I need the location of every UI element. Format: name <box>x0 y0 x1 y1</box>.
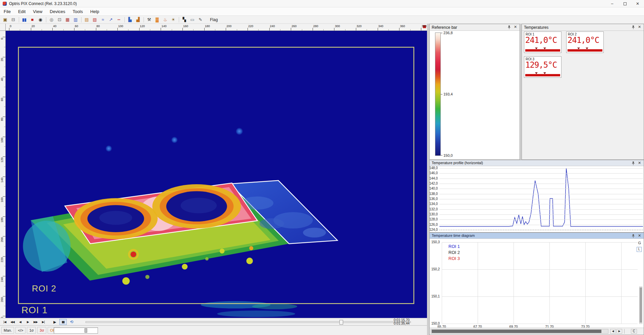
roi-temperature-box[interactable]: ROI 2241,0°C <box>566 31 604 53</box>
fast-rewind-button[interactable]: ◀◀ <box>9 319 16 325</box>
legend-item: ROI 1 <box>448 244 460 250</box>
bar-graph-2-icon[interactable]: ▟ <box>134 16 142 23</box>
fast-forward-button[interactable]: ▶▶ <box>32 319 39 325</box>
gridline <box>439 194 643 194</box>
ruler-tick <box>74 28 74 30</box>
step-forward-button[interactable]: ▶ <box>24 319 32 325</box>
close-icon[interactable]: ✕ <box>637 161 642 166</box>
close-icon[interactable]: ✕ <box>513 25 518 30</box>
time-diagram-panel: Temperature time diagram ✕ 150,3150,2150… <box>429 232 644 335</box>
histogram-window-icon[interactable]: ▧ <box>91 16 98 23</box>
diagram-window-icon[interactable]: ↗ <box>107 16 114 23</box>
close-icon[interactable]: ✕ <box>637 233 642 239</box>
measure-tape-icon[interactable]: ▭ <box>189 16 196 23</box>
ruler-tick <box>237 29 237 30</box>
scaling-buttons: Man.</>1σ3σOPT <box>1 327 61 334</box>
maximize-button[interactable] <box>619 0 631 7</box>
vertical-scrollbar-thumb[interactable] <box>640 287 642 323</box>
playback-slider[interactable] <box>86 321 411 323</box>
pause-button[interactable]: ▮▮ <box>59 319 67 325</box>
palette-window-icon[interactable]: ▤ <box>83 16 90 23</box>
open-file-icon[interactable]: ▣ <box>1 16 9 23</box>
skip-to-start-button[interactable]: |◀ <box>1 319 8 325</box>
scale-tick <box>441 155 442 155</box>
play-button[interactable]: ▶ <box>51 319 58 325</box>
toolbar-separator <box>124 17 125 22</box>
thermal-image-view[interactable]: ROI 2 ROI 1 <box>6 31 427 318</box>
roi-temperature-box[interactable]: ROI 3129,5°C <box>524 56 561 78</box>
ruler-tick <box>172 29 172 30</box>
menu-view[interactable]: View <box>29 8 46 15</box>
horizontal-scrollbar[interactable] <box>431 329 608 334</box>
config-icon[interactable]: ☀ <box>169 16 177 23</box>
skip-to-end-button[interactable]: ▶| <box>40 319 47 325</box>
roi-temperature-value: 241,0°C <box>567 36 603 45</box>
loop-button[interactable]: ⟲ <box>68 319 75 325</box>
checker-icon[interactable]: ▚ <box>180 16 188 23</box>
palette-range-slider[interactable] <box>54 327 98 334</box>
palette-gradient-icon[interactable]: ▓ <box>153 16 161 23</box>
menu-edit[interactable]: Edit <box>14 8 29 15</box>
step-back-button[interactable]: ◀ <box>16 319 24 325</box>
minmax-scaling-button[interactable]: </> <box>15 327 25 334</box>
hotspot-icon[interactable]: ♨ <box>161 16 169 23</box>
reference-bar-content: 236,8 193,4 150,0 <box>430 31 520 159</box>
roi-temperature-box[interactable]: ROI 1241,0°C <box>524 31 561 53</box>
color-scale <box>435 32 441 156</box>
sigma3-scaling-button[interactable]: 3σ <box>37 327 46 334</box>
annotate-icon[interactable]: ✎ <box>197 16 204 23</box>
ruler-tick <box>269 28 270 30</box>
toolbar-icons: ▣⊟▮▮■◉◎⊡▦▥▤▧≈↗┅▙▟⚒▓♨☀▚▭✎ <box>1 16 205 23</box>
pin-icon[interactable] <box>506 25 512 30</box>
ruler-label: 0 <box>10 24 11 28</box>
menu-devices[interactable]: Devices <box>46 8 69 15</box>
menu-help[interactable]: Help <box>87 8 103 15</box>
pin-icon[interactable] <box>631 25 636 30</box>
menu-file[interactable]: File <box>0 8 14 15</box>
save-icon[interactable]: ⊟ <box>9 16 17 23</box>
snapshot-icon[interactable]: ◉ <box>37 16 44 23</box>
scroll-left-button[interactable]: ◀ <box>610 329 616 334</box>
horizontal-scrollbar-thumb[interactable] <box>432 330 601 333</box>
profile-window-icon[interactable]: ≈ <box>99 16 106 23</box>
clear-button[interactable]: C <box>631 329 637 334</box>
palette-range-thumb[interactable] <box>85 328 87 333</box>
playback-slider-thumb[interactable] <box>339 320 343 325</box>
ir-window-icon[interactable]: ▦ <box>64 16 71 23</box>
bar-graph-1-icon[interactable]: ▙ <box>126 16 133 23</box>
close-button[interactable]: ✕ <box>631 0 644 7</box>
profile-panel: Temperature profile (horizontal) ✕ 148,0… <box>429 160 644 232</box>
copy-image-icon[interactable]: ⊡ <box>56 16 63 23</box>
thermal-image[interactable] <box>6 31 427 318</box>
ruler-label: 40 <box>0 78 4 81</box>
close-icon[interactable]: ✕ <box>637 25 642 30</box>
local-scale-button[interactable]: L <box>637 247 642 252</box>
pin-icon[interactable] <box>631 161 636 166</box>
sigma1-scaling-button[interactable]: 1σ <box>27 327 36 334</box>
separator <box>624 329 625 334</box>
ruler-tick <box>248 28 248 30</box>
pin-icon[interactable] <box>631 234 636 239</box>
minimize-button[interactable]: – <box>606 0 619 7</box>
flag-toolbar-button[interactable]: Flag <box>207 17 220 23</box>
ruler-label: 240 <box>0 277 4 282</box>
visible-window-icon[interactable]: ▥ <box>72 16 79 23</box>
ruler-label: 0 <box>0 38 4 40</box>
ruler-tick <box>215 29 215 30</box>
gridline <box>514 242 514 324</box>
ruler-label: 20 <box>32 24 35 28</box>
scroll-right-button[interactable]: ▶ <box>616 329 622 334</box>
camera-icon[interactable]: ◎ <box>48 16 55 23</box>
time-diagram-y-axis: 150,3150,2150,1150,0 <box>430 233 441 335</box>
toolbar-separator <box>46 17 46 22</box>
record-stop-icon[interactable]: ■ <box>29 16 36 23</box>
record-pause-icon[interactable]: ▮▮ <box>20 16 28 23</box>
ruler-tick <box>378 28 378 30</box>
tools-wrench-icon[interactable]: ⚒ <box>145 16 153 23</box>
vertical-scrollbar[interactable] <box>639 286 642 324</box>
measure-line-icon[interactable]: ┅ <box>115 16 122 23</box>
ruler-tick <box>226 28 226 30</box>
ruler-tick <box>63 29 64 30</box>
menu-tools[interactable]: Tools <box>69 8 87 15</box>
manual-scaling-button[interactable]: Man. <box>1 327 14 334</box>
